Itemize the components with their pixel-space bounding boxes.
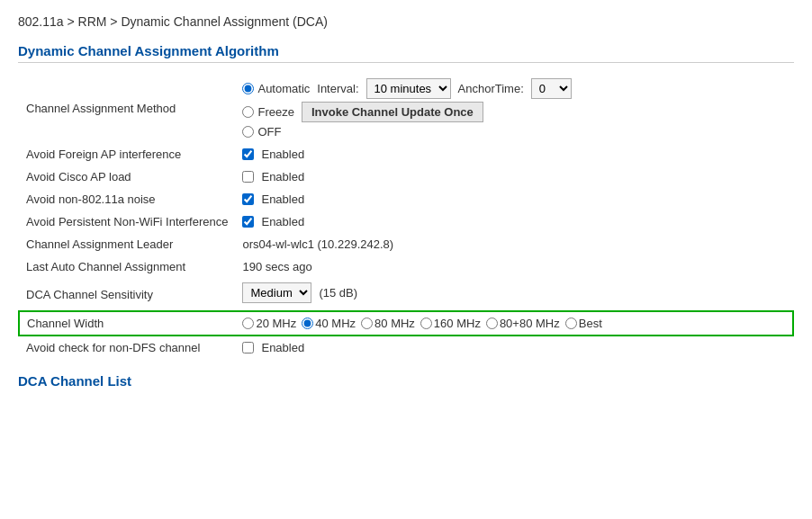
breadcrumb: 802.11a > RRM > Dynamic Channel Assignme… (18, 14, 794, 29)
channel-width-value: 20 MHz 40 MHz 80 MHz 160 MHz 80+80 MHz (235, 311, 793, 336)
avoid-cisco-ap-checkbox[interactable] (242, 171, 254, 183)
avoid-non-dfs-value: Enabled (235, 336, 793, 359)
avoid-non-dfs-enabled: Enabled (261, 341, 304, 354)
invoke-channel-update-button[interactable]: Invoke Channel Update Once (302, 102, 483, 122)
channel-width-160mhz[interactable]: 160 MHz (420, 317, 481, 330)
section2-title: DCA Channel List (18, 373, 794, 389)
interval-label: Interval: (317, 82, 358, 95)
avoid-non-80211a-checkbox[interactable] (242, 193, 254, 205)
avoid-non-dfs-label: Avoid check for non-DFS channel (19, 336, 235, 359)
channel-width-20mhz[interactable]: 20 MHz (242, 317, 296, 330)
avoid-non-80211a-enabled: Enabled (261, 192, 304, 206)
avoid-persistent-checkbox[interactable] (242, 216, 254, 228)
avoid-cisco-ap-label: Avoid Cisco AP load (19, 166, 235, 188)
radio-off[interactable] (242, 126, 254, 138)
radio-20mhz[interactable] (242, 318, 254, 329)
avoid-foreign-ap-checkbox[interactable] (242, 148, 254, 160)
radio-best[interactable] (565, 318, 577, 329)
section1-title: Dynamic Channel Assignment Algorithm (18, 43, 794, 63)
avoid-non-dfs-checkbox[interactable] (242, 342, 254, 353)
channel-assignment-method-label: Channel Assignment Method (19, 74, 235, 143)
channel-width-label: Channel Width (19, 311, 235, 336)
avoid-foreign-ap-label: Avoid Foreign AP interference (19, 143, 235, 166)
anchor-time-label: AnchorTime: (458, 82, 524, 95)
radio-80mhz[interactable] (361, 318, 373, 329)
avoid-persistent-enabled: Enabled (261, 215, 304, 228)
channel-assignment-method-value: Automatic Interval: 10 minutes 30 minute… (235, 74, 793, 143)
channel-assignment-leader-value: ors04-wl-wlc1 (10.229.242.8) (235, 233, 793, 255)
channel-width-40mhz[interactable]: 40 MHz (302, 317, 356, 330)
channel-width-80plus80mhz[interactable]: 80+80 MHz (486, 317, 560, 330)
radio-automatic-label: Automatic (257, 82, 310, 95)
radio-freeze-label: Freeze (257, 105, 293, 119)
channel-width-80mhz[interactable]: 80 MHz (361, 317, 415, 330)
last-auto-channel-value: 190 secs ago (235, 255, 793, 278)
anchor-time-select[interactable]: 0123 4567 891011 12131415 16171819 20212… (531, 78, 572, 99)
channel-assignment-leader-label: Channel Assignment Leader (19, 233, 235, 255)
avoid-foreign-ap-enabled: Enabled (261, 148, 304, 161)
avoid-foreign-ap-value: Enabled (235, 143, 793, 166)
avoid-persistent-value: Enabled (235, 210, 793, 233)
dca-channel-sensitivity-label: DCA Channel Sensitivity (19, 278, 235, 311)
radio-40mhz[interactable] (302, 318, 313, 329)
interval-select[interactable]: 10 minutes 30 minutes 1 hour 2 hours 4 h… (366, 78, 451, 99)
radio-80plus80mhz[interactable] (486, 318, 498, 329)
last-auto-channel-label: Last Auto Channel Assignment (19, 255, 235, 278)
dca-channel-sensitivity-value: Low Medium High (15 dB) (235, 278, 793, 311)
avoid-cisco-ap-value: Enabled (235, 166, 793, 188)
radio-automatic[interactable] (242, 83, 254, 94)
dca-channel-sensitivity-select[interactable]: Low Medium High (242, 282, 311, 303)
radio-160mhz[interactable] (420, 318, 432, 329)
avoid-non-80211a-value: Enabled (235, 188, 793, 210)
dca-channel-sensitivity-db: (15 dB) (319, 286, 357, 300)
avoid-cisco-ap-enabled: Enabled (261, 170, 304, 183)
avoid-non-80211a-label: Avoid non-802.11a noise (19, 188, 235, 210)
radio-freeze[interactable] (242, 106, 254, 118)
avoid-persistent-label: Avoid Persistent Non-WiFi Interference (19, 210, 235, 233)
channel-width-best[interactable]: Best (565, 317, 602, 330)
radio-off-label: OFF (257, 125, 281, 139)
